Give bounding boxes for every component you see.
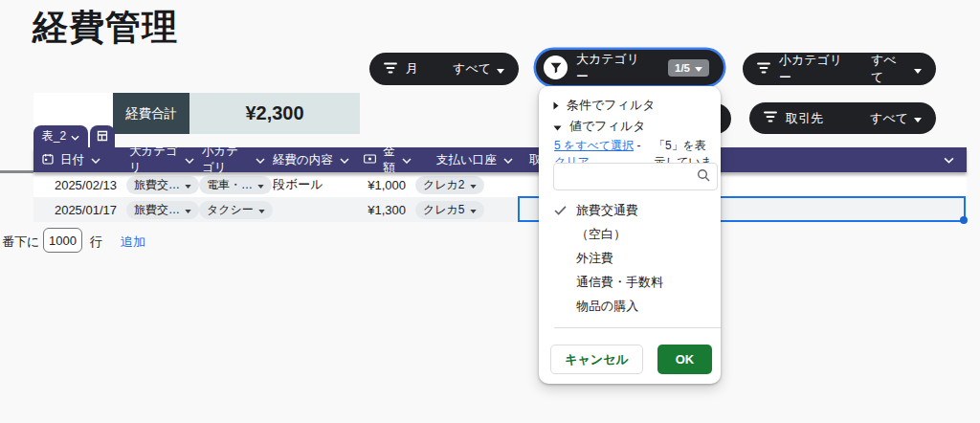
funnel-filter-icon xyxy=(544,56,568,79)
slicer-value: すべて xyxy=(870,110,908,127)
option-label: 旅費交通費 xyxy=(576,202,638,219)
filter-by-condition-toggle[interactable]: 条件でフィルタ xyxy=(553,97,656,114)
chevron-down-icon xyxy=(185,203,191,216)
chevron-down-icon xyxy=(470,178,477,191)
header-label: 小カテゴリ xyxy=(202,144,249,176)
slicer-label: 取引先 xyxy=(786,110,823,127)
filter-option[interactable]: 通信費・手数料 xyxy=(539,270,721,294)
section-label: 値でフィルタ xyxy=(569,118,646,135)
chevron-down-icon[interactable] xyxy=(185,153,194,167)
cell-account-chip[interactable]: クレカ5 xyxy=(415,201,484,219)
add-rows-count-input[interactable] xyxy=(43,228,82,253)
filter-search-box[interactable] xyxy=(553,163,718,190)
summary-label: 経費合計 xyxy=(113,93,189,134)
chevron-down-icon xyxy=(914,62,922,77)
filter-options-list: 旅費交通費 （空白） 外注費 通信費・手数料 物品の購入 xyxy=(539,198,721,318)
option-label: 通信費・手数料 xyxy=(576,274,663,291)
chevron-down-icon xyxy=(185,178,191,191)
cell-major-chip[interactable]: 旅費交… xyxy=(126,176,199,194)
chevron-down-icon xyxy=(497,62,504,77)
selection-handle[interactable] xyxy=(960,216,968,224)
slicer-month[interactable]: 月 すべて xyxy=(369,53,519,85)
page-title: 経費管理 xyxy=(33,4,178,52)
chevron-down-icon[interactable] xyxy=(944,153,954,167)
cell-date[interactable]: 2025/02/13 xyxy=(33,172,122,197)
filter-search-input[interactable] xyxy=(561,169,697,184)
header-label: 支払い口座 xyxy=(436,152,497,168)
chevron-down-icon xyxy=(71,130,79,144)
chevron-down-icon[interactable] xyxy=(402,153,412,167)
header-payment-account[interactable]: 支払い口座 xyxy=(412,147,522,172)
filter-option[interactable]: （空白） xyxy=(539,222,721,246)
slicer-count-badge[interactable]: 1/5 xyxy=(668,59,709,77)
slicer-label: 月 xyxy=(406,60,418,78)
badge-count: 1/5 xyxy=(675,62,690,74)
filter-option[interactable]: 旅費交通費 xyxy=(539,198,721,222)
cell-amount[interactable]: ¥1,300 xyxy=(357,197,412,222)
ok-button[interactable]: OK xyxy=(657,345,712,374)
triangle-down-icon xyxy=(553,120,562,134)
filter-option[interactable]: 外注費 xyxy=(539,246,721,270)
cancel-button[interactable]: キャンセル xyxy=(550,345,643,374)
chevron-down-icon xyxy=(258,203,265,216)
cell-major-chip[interactable]: 旅費交… xyxy=(126,201,199,219)
filter-option[interactable]: 物品の購入 xyxy=(539,294,721,318)
filter-lines-icon xyxy=(757,62,770,77)
header-label: 日付 xyxy=(60,152,84,168)
calendar-icon xyxy=(42,153,54,167)
cell-account-chip[interactable]: クレカ2 xyxy=(415,176,484,194)
option-label: 物品の購入 xyxy=(576,298,638,315)
chevron-down-icon[interactable] xyxy=(91,153,100,167)
header-expense-description[interactable]: 経費の内容 xyxy=(265,147,357,172)
banknote-icon xyxy=(364,153,376,167)
sheet-tab-label: 表_2 xyxy=(42,128,66,145)
table-header-row: 日付 大カテゴリ 小カテゴリ 経費の内容 金額 支払い口座 取 xyxy=(33,147,967,172)
chevron-down-icon xyxy=(470,203,477,216)
chip-label: クレカ2 xyxy=(423,177,465,193)
filter-dropdown-panel: 条件でフィルタ 値でフィルタ 5 をすべて選択 - クリア 「5」を表示していま… xyxy=(539,86,721,384)
cell-date[interactable]: 2025/01/17 xyxy=(33,197,122,222)
cell-minor-chip[interactable]: 電車・… xyxy=(199,176,272,194)
chip-label: 電車・… xyxy=(207,177,253,193)
header-label: 経費の内容 xyxy=(273,152,333,168)
summary-total-value[interactable]: ¥2,300 xyxy=(189,93,360,134)
frozen-row-divider xyxy=(0,170,33,173)
chevron-down-icon xyxy=(695,62,702,74)
add-rows-button[interactable]: 追加 xyxy=(121,234,145,251)
chevron-down-icon[interactable] xyxy=(256,153,265,167)
chip-label: タクシー xyxy=(207,202,254,218)
add-rows-unit: 行 xyxy=(90,234,102,251)
section-label: 条件でフィルタ xyxy=(567,97,656,114)
slicer-minor-category[interactable]: 小カテゴリー すべて xyxy=(743,53,936,85)
slicer-major-category[interactable]: 大カテゴリー 1/5 xyxy=(536,50,724,85)
link-separator: - xyxy=(634,139,640,152)
slicer-value: すべて xyxy=(453,60,491,78)
option-label: （空白） xyxy=(576,226,626,243)
filter-by-values-toggle[interactable]: 値でフィルタ xyxy=(553,118,646,135)
table-grid-button[interactable] xyxy=(90,125,115,147)
chip-label: クレカ5 xyxy=(423,202,465,218)
header-amount[interactable]: 金額 xyxy=(357,147,412,172)
add-rows-prefix: 番下に xyxy=(2,234,39,251)
select-all-link[interactable]: 5 をすべて選択 xyxy=(554,139,634,152)
chevron-down-icon[interactable] xyxy=(503,153,513,167)
panel-divider xyxy=(554,327,721,328)
header-major-category[interactable]: 大カテゴリ xyxy=(122,147,194,172)
filter-lines-icon xyxy=(764,111,777,125)
chip-label: 旅費交… xyxy=(134,177,180,193)
slicer-label: 小カテゴリー xyxy=(779,52,854,86)
triangle-right-icon xyxy=(553,99,559,113)
header-minor-category[interactable]: 小カテゴリ xyxy=(194,147,265,172)
header-label: 金額 xyxy=(383,144,395,176)
cell-description[interactable] xyxy=(265,197,357,222)
cell-minor-chip[interactable]: タクシー xyxy=(199,201,273,219)
slicer-label: 大カテゴリー xyxy=(576,51,651,85)
sheet-tab[interactable]: 表_2 xyxy=(33,125,88,147)
header-date[interactable]: 日付 xyxy=(33,147,122,172)
chevron-down-icon[interactable] xyxy=(340,153,349,167)
chevron-down-icon xyxy=(257,178,264,191)
cell-description[interactable]: 段ボール xyxy=(265,172,357,197)
slicer-vendor[interactable]: 取引先 すべて xyxy=(749,102,936,134)
filter-lines-icon xyxy=(384,62,397,77)
slicer-value: すべて xyxy=(871,52,908,86)
